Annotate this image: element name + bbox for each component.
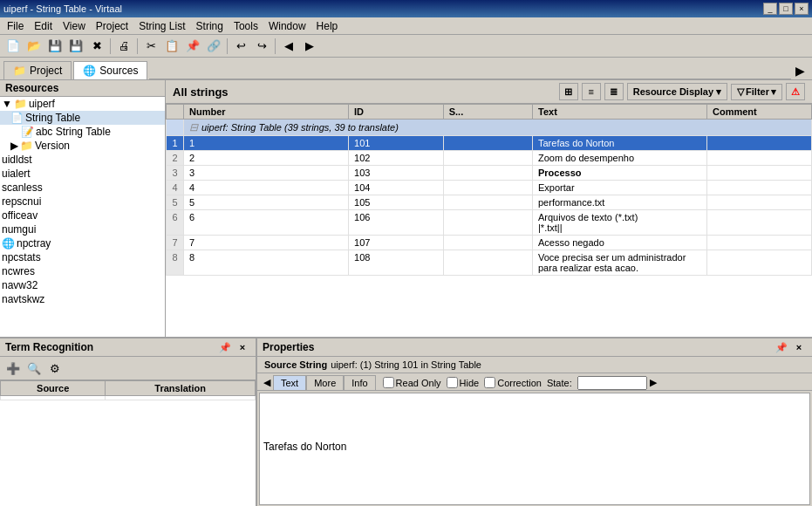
tree-item-uialert[interactable]: uialert bbox=[0, 167, 165, 181]
table-row[interactable]: 7 7 107 Acesso negado bbox=[167, 236, 812, 250]
table-row[interactable]: 3 3 103 Processo bbox=[167, 166, 812, 181]
tree-item-repscnui[interactable]: repscnui bbox=[0, 195, 165, 209]
menu-tools[interactable]: Tools bbox=[229, 18, 263, 34]
term-col-source[interactable]: Source bbox=[1, 381, 106, 396]
tab-project-label: Project bbox=[30, 65, 62, 77]
col-s[interactable]: S... bbox=[443, 105, 532, 120]
props-panel-title: Properties bbox=[263, 341, 314, 353]
table-row[interactable]: 5 5 105 performance.txt bbox=[167, 195, 812, 210]
cut-button[interactable]: ✂ bbox=[141, 37, 160, 56]
forward-button[interactable]: ▶ bbox=[300, 37, 319, 56]
resource-display-btn[interactable]: Resource Display ▾ bbox=[627, 83, 727, 100]
tree-item-officeav[interactable]: officeav bbox=[0, 209, 165, 222]
undo-button[interactable]: ↩ bbox=[231, 37, 250, 56]
term-search-btn[interactable]: 🔍 bbox=[24, 359, 44, 378]
save-all-button[interactable]: 💾 bbox=[66, 37, 85, 56]
tab-project[interactable]: 📁 Project bbox=[3, 61, 72, 79]
tree-item-string-table[interactable]: 📄 String Table bbox=[0, 111, 165, 125]
separator-4 bbox=[275, 38, 276, 54]
menu-string-list[interactable]: String List bbox=[133, 18, 190, 34]
paste-button[interactable]: 📌 bbox=[183, 37, 202, 56]
save-button[interactable]: 💾 bbox=[45, 37, 65, 56]
string-data-table: Number ID S... Text Comment ⊟uiperf: Str… bbox=[166, 104, 812, 276]
props-tabs-bar: ◀ Text More Info Read Only Hide bbox=[257, 373, 812, 391]
col-text[interactable]: Text bbox=[533, 105, 707, 120]
menu-project[interactable]: Project bbox=[91, 18, 133, 34]
term-close-btn[interactable]: × bbox=[235, 340, 250, 354]
correction-checkbox[interactable] bbox=[484, 377, 495, 388]
tree-item-scanless[interactable]: scanless bbox=[0, 181, 165, 195]
filter-arrow: ▾ bbox=[771, 86, 776, 98]
state-input[interactable] bbox=[577, 376, 647, 390]
warning-btn[interactable]: ⚠ bbox=[786, 83, 805, 100]
menu-string[interactable]: String bbox=[191, 18, 229, 34]
back-button[interactable]: ◀ bbox=[279, 37, 298, 56]
redo-button[interactable]: ↪ bbox=[252, 37, 271, 56]
tree-item-navtskwz[interactable]: navtskwz bbox=[0, 292, 165, 306]
tree-item-ncwres[interactable]: ncwres bbox=[0, 264, 165, 278]
tree-item-uiperf[interactable]: ▼ 📁 uiperf bbox=[0, 97, 165, 111]
tree-item-npctray[interactable]: 🌐 npctray bbox=[0, 236, 165, 250]
table-row[interactable]: 4 4 104 Exportar bbox=[167, 181, 812, 195]
tab-sources-label: Sources bbox=[99, 65, 138, 77]
props-tab-text[interactable]: Text bbox=[273, 375, 306, 390]
term-col-translation[interactable]: Translation bbox=[106, 381, 256, 396]
open-button[interactable]: 📂 bbox=[24, 37, 44, 56]
tree-item-navw32[interactable]: navw32 bbox=[0, 278, 165, 292]
link-button[interactable]: 🔗 bbox=[204, 37, 223, 56]
title-bar: uiperf - String Table - Virtaal _ □ × bbox=[0, 0, 812, 17]
correction-option[interactable]: Correction bbox=[484, 377, 542, 388]
col-comment[interactable]: Comment bbox=[707, 105, 812, 120]
tab-nav-right[interactable]: ▶ bbox=[791, 62, 809, 79]
menu-file[interactable]: File bbox=[2, 18, 29, 34]
row-num: 1 bbox=[167, 136, 184, 151]
props-nav-right[interactable]: ▶ bbox=[647, 377, 659, 388]
filter-button[interactable]: ▽ Filter ▾ bbox=[731, 84, 782, 100]
hide-checkbox[interactable] bbox=[447, 377, 458, 388]
view-btn-1[interactable]: ⊞ bbox=[559, 83, 578, 100]
props-tab-more[interactable]: More bbox=[306, 375, 344, 390]
col-id[interactable]: ID bbox=[349, 105, 444, 120]
tree-item-numgui[interactable]: numgui bbox=[0, 222, 165, 236]
menu-window[interactable]: Window bbox=[263, 18, 311, 34]
view-btn-3[interactable]: ≣ bbox=[604, 83, 624, 100]
print-button[interactable]: 🖨 bbox=[114, 37, 133, 56]
table-row[interactable]: 8 8 108 Voce precisa ser um administrado… bbox=[167, 250, 812, 276]
close-button[interactable]: × bbox=[795, 3, 809, 15]
tab-sources[interactable]: 🌐 Sources bbox=[73, 61, 147, 79]
readonly-checkbox[interactable] bbox=[383, 377, 394, 388]
view-btn-2[interactable]: ≡ bbox=[582, 83, 601, 100]
minimize-button[interactable]: _ bbox=[763, 3, 777, 15]
props-text-area[interactable]: Tarefas do Norton bbox=[259, 393, 810, 505]
new-button[interactable]: 📄 bbox=[3, 37, 23, 56]
cell-s bbox=[443, 181, 532, 195]
props-nav-left[interactable]: ◀ bbox=[261, 377, 273, 388]
cell-id: 107 bbox=[349, 236, 444, 250]
menu-help[interactable]: Help bbox=[311, 18, 344, 34]
hide-option[interactable]: Hide bbox=[447, 377, 480, 388]
term-add-btn[interactable]: ➕ bbox=[3, 359, 23, 378]
props-pin-btn[interactable]: 📌 bbox=[774, 340, 789, 354]
maximize-button[interactable]: □ bbox=[779, 3, 793, 15]
cell-text: Exportar bbox=[533, 181, 707, 195]
props-tab-info[interactable]: Info bbox=[344, 375, 375, 390]
tree-item-npcstats[interactable]: npcstats bbox=[0, 250, 165, 264]
table-row[interactable]: 2 2 102 Zoom do desempenho bbox=[167, 151, 812, 166]
col-number[interactable]: Number bbox=[184, 105, 349, 120]
table-row[interactable]: 1 1 101 Tarefas do Norton bbox=[167, 136, 812, 151]
copy-button[interactable]: 📋 bbox=[162, 37, 181, 56]
term-pin-btn[interactable]: 📌 bbox=[217, 340, 233, 354]
row-num: 7 bbox=[167, 236, 184, 250]
table-row[interactable]: 6 6 106 Arquivos de texto (*.txt)|*.txt|… bbox=[167, 210, 812, 236]
tree-item-abc-string[interactable]: 📝 abc String Table bbox=[0, 125, 165, 139]
term-settings-btn[interactable]: ⚙ bbox=[45, 359, 65, 378]
props-close-btn[interactable]: × bbox=[791, 340, 807, 354]
tree-item-version[interactable]: ▶ 📁 Version bbox=[0, 139, 165, 153]
menu-view[interactable]: View bbox=[58, 18, 91, 34]
tree-item-uidldst[interactable]: uidldst bbox=[0, 153, 165, 167]
cell-comment bbox=[707, 250, 812, 276]
readonly-option[interactable]: Read Only bbox=[383, 377, 441, 388]
row-num: 2 bbox=[167, 151, 184, 166]
close-button-tb[interactable]: ✖ bbox=[87, 37, 106, 56]
menu-edit[interactable]: Edit bbox=[29, 18, 58, 34]
